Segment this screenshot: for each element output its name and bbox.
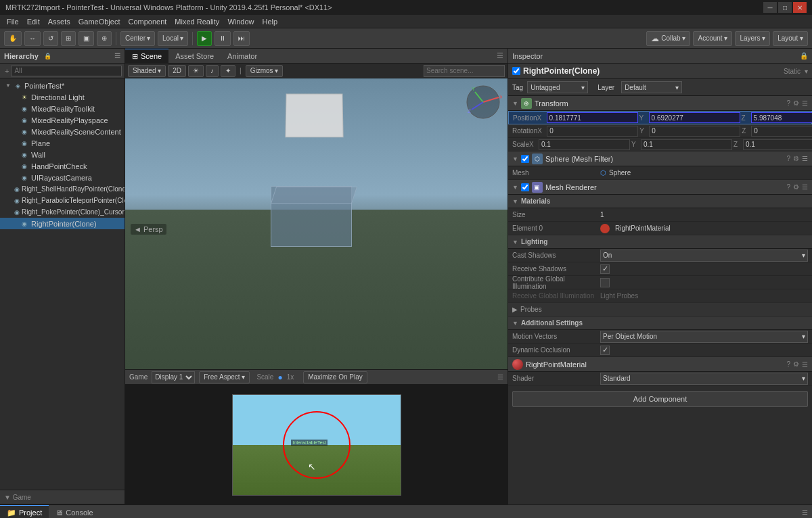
inspector-lock[interactable]: 🔒 bbox=[800, 52, 808, 60]
rot-x-input[interactable] bbox=[547, 126, 638, 137]
additional-settings-section[interactable]: ▼ Additional Settings bbox=[508, 316, 812, 330]
go-enabled-checkbox[interactable] bbox=[512, 67, 520, 75]
hier-item-pointertestscene[interactable]: ▼ ◈ PointerTest* bbox=[0, 80, 125, 91]
hierarchy-menu[interactable]: ☰ bbox=[114, 52, 120, 60]
layers-dropdown[interactable]: Layers ▾ bbox=[735, 31, 770, 46]
menu-edit[interactable]: Edit bbox=[23, 18, 44, 26]
bottom-tab-options[interactable]: ☰ bbox=[798, 509, 812, 516]
scale-y-input[interactable] bbox=[641, 139, 732, 150]
tool-hand[interactable]: ✋ bbox=[4, 31, 22, 46]
lights-btn[interactable]: ☀ bbox=[188, 65, 204, 77]
hier-item-uiray[interactable]: ◉ UIRaycastCamera bbox=[0, 172, 125, 183]
tab-animator[interactable]: Animator bbox=[221, 49, 264, 64]
step-btn[interactable]: ⏭ bbox=[233, 31, 250, 46]
maximize-on-play[interactable]: Maximize On Play bbox=[303, 371, 367, 383]
scale-x-input[interactable] bbox=[539, 139, 630, 150]
hierarchy-create[interactable]: + bbox=[3, 67, 11, 75]
comp-help[interactable]: ? bbox=[786, 99, 790, 107]
receive-shadows-checkbox[interactable]: ✓ bbox=[600, 264, 610, 274]
menu-help[interactable]: Help bbox=[258, 18, 282, 26]
comp-help[interactable]: ? bbox=[786, 183, 790, 191]
game-options[interactable]: ☰ bbox=[497, 373, 503, 381]
comp-help[interactable]: ? bbox=[786, 155, 790, 162]
contribute-gi-checkbox[interactable] bbox=[600, 278, 610, 287]
scale-z-input[interactable] bbox=[743, 139, 812, 150]
center-toggle[interactable]: Center▾ bbox=[120, 31, 155, 46]
hierarchy-lock[interactable]: 🔒 bbox=[44, 53, 51, 60]
maximize-btn[interactable]: □ bbox=[778, 2, 792, 13]
menu-file[interactable]: File bbox=[3, 18, 23, 26]
hier-item-shellhand[interactable]: ◉ Right_ShellHandRayPointer(Clone)_Curso… bbox=[0, 183, 125, 195]
lighting-section[interactable]: ▼ Lighting bbox=[508, 235, 812, 249]
menu-assets[interactable]: Assets bbox=[44, 18, 74, 26]
comp-settings[interactable]: ⚙ bbox=[793, 99, 799, 107]
pos-z-input[interactable] bbox=[751, 112, 812, 123]
comp-settings[interactable]: ⚙ bbox=[793, 183, 799, 191]
tool-transform[interactable]: ⊕ bbox=[97, 31, 112, 46]
play-btn[interactable]: ▶ bbox=[197, 31, 212, 46]
layout-dropdown[interactable]: Layout ▾ bbox=[773, 31, 808, 46]
comp-menu[interactable]: ☰ bbox=[802, 183, 808, 191]
2d-btn[interactable]: 2D bbox=[168, 65, 186, 77]
sound-btn[interactable]: ♪ bbox=[206, 65, 219, 77]
mesh-renderer-enabled[interactable] bbox=[521, 183, 529, 191]
layer-dropdown[interactable]: Default ▾ bbox=[621, 81, 682, 93]
add-component-btn[interactable]: Add Component bbox=[512, 391, 808, 407]
hier-item-poke[interactable]: ◉ Right_PokePointer(Clone)_Cursor bbox=[0, 206, 125, 218]
tab-console[interactable]: 🖥 Console bbox=[49, 505, 99, 519]
tab-asset-store[interactable]: Asset Store bbox=[168, 49, 221, 64]
hier-item-rightpointer[interactable]: ◉ RightPointer(Clone) bbox=[0, 218, 125, 229]
hier-game-section[interactable]: ▼ Game bbox=[0, 490, 125, 504]
cast-shadows-select[interactable]: On ▾ bbox=[600, 250, 808, 262]
material-component-header[interactable]: RightPointMaterial ? ⚙ ☰ bbox=[508, 357, 812, 372]
mesh-renderer-header[interactable]: ▼ ▣ Mesh Renderer ? ⚙ ☰ bbox=[508, 180, 812, 195]
hier-item-wall[interactable]: ◉ Wall bbox=[0, 149, 125, 160]
mesh-filter-header[interactable]: ▼ ⬡ Sphere (Mesh Filter) ? ⚙ ☰ bbox=[508, 151, 812, 166]
comp-menu[interactable]: ☰ bbox=[802, 360, 808, 368]
rot-y-input[interactable] bbox=[649, 126, 740, 137]
hier-item-mrtk[interactable]: ◉ MixedRealityToolkit bbox=[0, 103, 125, 114]
mesh-filter-enabled[interactable] bbox=[521, 155, 529, 163]
comp-settings[interactable]: ⚙ bbox=[793, 360, 799, 368]
scene-view[interactable]: ◄ Persp X Y Z bbox=[125, 78, 508, 369]
dynamic-occlusion-checkbox[interactable]: ✓ bbox=[600, 346, 610, 355]
close-btn[interactable]: ✕ bbox=[793, 2, 807, 13]
hier-item-mrplayspace[interactable]: ◉ MixedRealityPlayspace bbox=[0, 114, 125, 126]
hier-item-handpoint[interactable]: ◉ HandPointCheck bbox=[0, 160, 125, 172]
pos-y-input[interactable] bbox=[649, 112, 740, 123]
aspect-dropdown[interactable]: Free Aspect ▾ bbox=[199, 371, 250, 383]
tab-project[interactable]: 📁 Project bbox=[0, 505, 49, 519]
effects-btn[interactable]: ✦ bbox=[221, 65, 235, 77]
comp-menu[interactable]: ☰ bbox=[802, 99, 808, 107]
comp-menu[interactable]: ☰ bbox=[802, 155, 808, 162]
probes-label[interactable]: ▶ Probes bbox=[512, 304, 808, 314]
menu-gameobject[interactable]: GameObject bbox=[74, 18, 125, 26]
scale-slider[interactable]: ● bbox=[277, 373, 282, 382]
pause-btn[interactable]: ⏸ bbox=[215, 31, 231, 46]
hierarchy-search[interactable] bbox=[11, 66, 122, 76]
pos-x-input[interactable] bbox=[547, 112, 638, 123]
tool-move[interactable]: ↔ bbox=[24, 31, 41, 46]
materials-section[interactable]: ▼ Materials bbox=[508, 195, 812, 208]
gizmos-btn[interactable]: Gizmos ▾ bbox=[246, 65, 284, 77]
hier-item-dirlight[interactable]: ☀ Directional Light bbox=[0, 91, 125, 103]
scene-tab-options[interactable]: ☰ bbox=[493, 51, 508, 60]
static-arrow[interactable]: ▾ bbox=[805, 68, 808, 75]
minimize-btn[interactable]: ─ bbox=[763, 2, 777, 13]
display-select[interactable]: Display 1 bbox=[152, 371, 195, 383]
shader-select[interactable]: Standard ▾ bbox=[600, 373, 808, 385]
tool-scale[interactable]: ⊞ bbox=[61, 31, 76, 46]
transform-header[interactable]: ▼ ⊕ Transform ? ⚙ ☰ bbox=[508, 96, 812, 111]
tag-dropdown[interactable]: Untagged ▾ bbox=[527, 81, 588, 93]
comp-help[interactable]: ? bbox=[786, 360, 790, 368]
local-toggle[interactable]: Local▾ bbox=[158, 31, 188, 46]
hier-item-parabolic[interactable]: ◉ Right_ParabolicTeleportPointer(Clone)_… bbox=[0, 195, 125, 206]
hier-item-mrscenecontent[interactable]: ◉ MixedRealitySceneContent bbox=[0, 126, 125, 137]
tab-scene[interactable]: ⊞ Scene bbox=[125, 49, 168, 64]
rot-z-input[interactable] bbox=[751, 126, 812, 137]
tool-rotate[interactable]: ↺ bbox=[43, 31, 58, 46]
collab-btn[interactable]: ☁ Collab ▾ bbox=[646, 31, 690, 46]
account-dropdown[interactable]: Account ▾ bbox=[693, 31, 732, 46]
menu-mixed-reality[interactable]: Mixed Reality bbox=[171, 18, 223, 26]
comp-settings[interactable]: ⚙ bbox=[793, 155, 799, 162]
